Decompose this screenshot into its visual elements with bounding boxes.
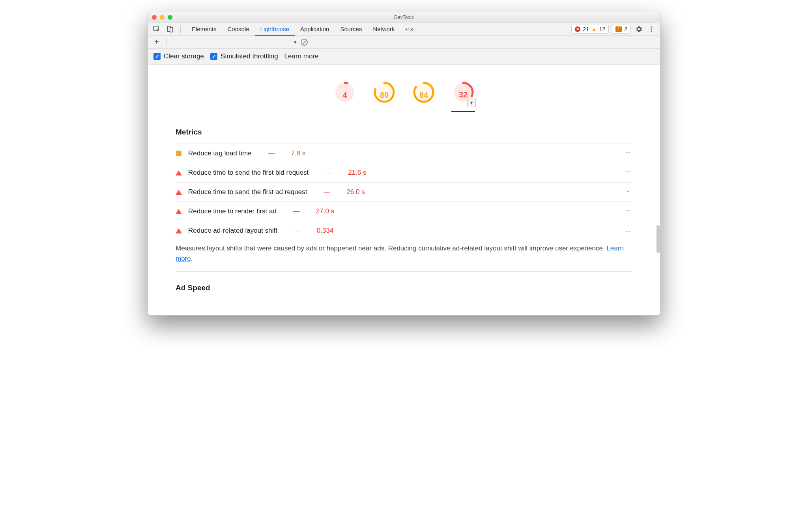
- score-gauges: 4 80 84 32✦: [156, 65, 652, 120]
- chevron-up-icon[interactable]: ︿: [625, 227, 632, 234]
- gauge-score: 80: [372, 91, 396, 100]
- titlebar: DevTools: [148, 12, 660, 22]
- tab-sources[interactable]: Sources: [335, 22, 367, 36]
- window-title: DevTools: [148, 15, 660, 20]
- metric-value: 7.8 s: [291, 149, 306, 157]
- metric-value: 0.334: [317, 227, 334, 235]
- chevron-down-icon[interactable]: ﹀: [625, 150, 632, 157]
- chevron-down-icon[interactable]: ﹀: [625, 208, 632, 215]
- score-gauge-3[interactable]: 32✦: [451, 80, 475, 112]
- gauge-score: 32: [451, 90, 475, 99]
- warning-icon: ▲: [591, 26, 597, 32]
- clear-storage-label: Clear storage: [164, 52, 204, 60]
- lighthouse-toolbar: + ▼: [148, 36, 660, 49]
- divider: [166, 38, 166, 46]
- error-count: 21: [583, 26, 589, 32]
- console-error-warning-pill[interactable]: ✕ 21 ▲ 12: [571, 25, 609, 34]
- gauge-score: 84: [412, 91, 436, 100]
- metric-value: 21.6 s: [348, 169, 366, 177]
- tab-network[interactable]: Network: [367, 22, 400, 36]
- tab-application[interactable]: Application: [295, 22, 335, 36]
- ad-speed-heading: Ad Speed: [176, 284, 632, 292]
- metric-value: 26.0 s: [346, 188, 365, 196]
- tab-elements[interactable]: Elements: [186, 22, 222, 36]
- score-gauge-0[interactable]: 4: [333, 80, 357, 112]
- triangle-icon: [176, 228, 182, 233]
- checkbox-checked-icon: ✓: [153, 53, 161, 60]
- new-report-button[interactable]: +: [152, 37, 161, 47]
- score-gauge-2[interactable]: 84: [412, 80, 436, 112]
- main-tabs-bar: ElementsConsoleLighthouseApplicationSour…: [148, 22, 660, 36]
- metric-title: Reduce time to render first ad: [188, 207, 277, 215]
- tab-lighthouse[interactable]: Lighthouse: [255, 22, 295, 36]
- report-select[interactable]: ▼: [171, 40, 297, 45]
- metrics-list: Reduce tag load time — 7.8 s﹀Reduce time…: [176, 144, 632, 272]
- simulated-throttling-label: Simulated throttling: [221, 52, 278, 60]
- clear-storage-option[interactable]: ✓ Clear storage: [153, 52, 204, 60]
- devtools-window: DevTools ElementsConsoleLighthouseApplic…: [148, 12, 660, 315]
- triangle-icon: [176, 190, 182, 195]
- metric-row[interactable]: Reduce time to render first ad — 27.0 s﹀: [176, 202, 632, 221]
- metric-title: Reduce time to send the first ad request: [188, 188, 307, 196]
- settings-gear-icon[interactable]: [634, 24, 643, 34]
- svg-point-5: [651, 30, 652, 32]
- svg-rect-2: [170, 27, 173, 32]
- kebab-menu-icon[interactable]: [647, 24, 656, 34]
- inspect-element-icon[interactable]: [152, 24, 161, 34]
- clear-icon[interactable]: [301, 39, 308, 46]
- chevron-down-icon[interactable]: ﹀: [625, 169, 632, 176]
- window-zoom-button[interactable]: [168, 15, 172, 20]
- metric-title: Reduce ad-related layout shift: [188, 227, 277, 235]
- issues-icon: !: [615, 26, 622, 32]
- scrollbar-thumb[interactable]: [656, 225, 660, 253]
- metric-row[interactable]: Reduce ad-related layout shift — 0.334︿: [176, 221, 632, 240]
- tab-console[interactable]: Console: [222, 22, 255, 36]
- triangle-icon: [176, 209, 182, 214]
- divider: [180, 25, 181, 33]
- metric-row[interactable]: Reduce time to send the first bid reques…: [176, 163, 632, 182]
- window-close-button[interactable]: [152, 15, 157, 20]
- metric-description: Measures layout shifts that were caused …: [176, 240, 632, 272]
- metric-row[interactable]: Reduce time to send the first ad request…: [176, 182, 632, 202]
- metric-title: Reduce tag load time: [188, 149, 252, 157]
- gauge-score: 4: [333, 91, 357, 100]
- more-tabs-icon[interactable]: »: [404, 24, 413, 34]
- plugin-badge-icon: ✦: [467, 99, 476, 107]
- issues-count: 2: [624, 26, 627, 32]
- lighthouse-options-row: ✓ Clear storage ✓ Simulated throttling L…: [148, 49, 660, 65]
- issues-pill[interactable]: ! 2: [612, 25, 631, 34]
- metric-value: 27.0 s: [316, 207, 334, 215]
- chevron-down-icon[interactable]: ﹀: [625, 189, 632, 196]
- svg-point-3: [651, 26, 652, 28]
- warning-count: 12: [599, 26, 606, 32]
- metric-row[interactable]: Reduce tag load time — 7.8 s﹀: [176, 144, 632, 163]
- svg-point-4: [651, 28, 652, 30]
- metric-learn-more-link[interactable]: Learn more: [176, 245, 624, 262]
- learn-more-link[interactable]: Learn more: [284, 52, 319, 60]
- window-minimize-button[interactable]: [160, 15, 165, 20]
- metrics-heading: Metrics: [176, 128, 632, 136]
- checkbox-checked-icon: ✓: [210, 53, 217, 60]
- triangle-icon: [176, 170, 182, 175]
- metric-title: Reduce time to send the first bid reques…: [188, 169, 309, 177]
- device-toggle-icon[interactable]: [165, 24, 175, 34]
- error-icon: ✕: [575, 26, 580, 32]
- simulated-throttling-option[interactable]: ✓ Simulated throttling: [210, 52, 278, 60]
- score-gauge-1[interactable]: 80: [372, 80, 396, 112]
- square-icon: [176, 151, 182, 156]
- lighthouse-report: 4 80 84 32✦ Metrics Reduce tag load time…: [148, 65, 660, 315]
- dropdown-triangle-icon: ▼: [293, 40, 297, 45]
